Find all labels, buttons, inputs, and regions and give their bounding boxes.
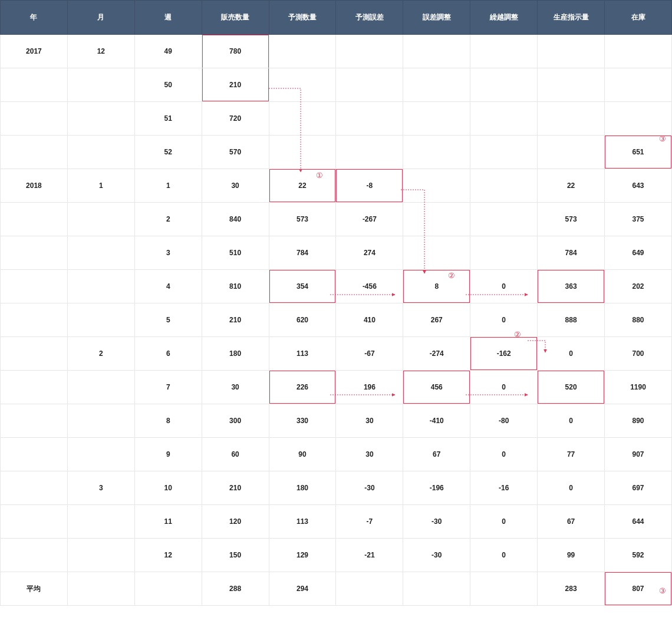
- cell-adj: -274: [403, 337, 470, 371]
- table-row: 20171249780: [1, 35, 672, 68]
- cell-forecast: [269, 68, 336, 102]
- cell-prod: 283: [538, 572, 605, 606]
- cell-err: [336, 102, 403, 136]
- cell-sales: 60: [202, 438, 269, 471]
- table-row: 12150129-21-30099592: [1, 539, 672, 572]
- cell-err: -8: [336, 169, 403, 203]
- cell-sales: 180: [202, 337, 269, 371]
- cell-carry: -80: [470, 404, 538, 438]
- cell-stock: 643: [605, 169, 672, 203]
- col-carry: 繰越調整: [470, 1, 538, 35]
- cell-adj: [403, 136, 470, 169]
- table-row: 73022619645605201190: [1, 371, 672, 404]
- cell-month: 12: [67, 35, 134, 68]
- cell-adj: 456: [403, 371, 470, 404]
- cell-month: 2: [67, 337, 134, 371]
- cell-year: [1, 404, 68, 438]
- cell-week: 50: [134, 68, 202, 102]
- cell-stock: 649: [605, 236, 672, 270]
- cell-carry: 0: [470, 505, 538, 539]
- cell-year: [1, 505, 68, 539]
- cell-prod: 0: [538, 337, 605, 371]
- cell-month: 1: [67, 169, 134, 203]
- cell-forecast: 180: [269, 471, 336, 505]
- cell-prod: 22: [538, 169, 605, 203]
- cell-forecast: 113: [269, 337, 336, 371]
- cell-err: [336, 35, 403, 68]
- cell-week: 10: [134, 471, 202, 505]
- cell-year: [1, 236, 68, 270]
- cell-adj: [403, 68, 470, 102]
- cell-prod: 67: [538, 505, 605, 539]
- cell-prod: 888: [538, 303, 605, 337]
- cell-week: 8: [134, 404, 202, 438]
- cell-adj: -196: [403, 471, 470, 505]
- cell-adj: 8: [403, 270, 470, 303]
- cell-year: 2018: [1, 169, 68, 203]
- cell-err: 196: [336, 371, 403, 404]
- cell-sales: 720: [202, 102, 269, 136]
- cell-year: [1, 68, 68, 102]
- cell-sales: 510: [202, 236, 269, 270]
- cell-stock: 700: [605, 337, 672, 371]
- cell-prod: 573: [538, 203, 605, 236]
- table-row: 2840573-267573375: [1, 203, 672, 236]
- cell-prod: [538, 68, 605, 102]
- col-stock: 在庫: [605, 1, 672, 35]
- cell-adj: 267: [403, 303, 470, 337]
- cell-week: 4: [134, 270, 202, 303]
- cell-sales: 120: [202, 505, 269, 539]
- table-row: 平均288294283807: [1, 572, 672, 606]
- cell-week: 6: [134, 337, 202, 371]
- cell-month: [67, 438, 134, 471]
- cell-err: [336, 572, 403, 606]
- col-month: 月: [67, 1, 134, 35]
- table-row: 52106204102670888880: [1, 303, 672, 337]
- cell-carry: [470, 136, 538, 169]
- cell-sales: 810: [202, 270, 269, 303]
- col-week: 週: [134, 1, 202, 35]
- table-row: 50210: [1, 68, 672, 102]
- cell-week: [134, 572, 202, 606]
- cell-stock: [605, 102, 672, 136]
- cell-adj: [403, 572, 470, 606]
- table-row: 960903067077907: [1, 438, 672, 471]
- cell-stock: 644: [605, 505, 672, 539]
- cell-year: [1, 303, 68, 337]
- cell-carry: [470, 236, 538, 270]
- cell-prod: 0: [538, 404, 605, 438]
- cell-err: -267: [336, 203, 403, 236]
- cell-year: 2017: [1, 35, 68, 68]
- table-row: 51720: [1, 102, 672, 136]
- cell-carry: -162: [470, 337, 538, 371]
- cell-year: [1, 337, 68, 371]
- table-row: 26180113-67-274-1620700: [1, 337, 672, 371]
- cell-week: 11: [134, 505, 202, 539]
- cell-err: -67: [336, 337, 403, 371]
- table-row: 4810354-45680363202: [1, 270, 672, 303]
- cell-carry: [470, 572, 538, 606]
- cell-week: 1: [134, 169, 202, 203]
- cell-month: [67, 539, 134, 572]
- cell-month: [67, 236, 134, 270]
- cell-week: 3: [134, 236, 202, 270]
- cell-stock: 202: [605, 270, 672, 303]
- cell-week: 52: [134, 136, 202, 169]
- cell-stock: [605, 35, 672, 68]
- cell-month: [67, 371, 134, 404]
- cell-month: [67, 102, 134, 136]
- cell-sales: 210: [202, 471, 269, 505]
- cell-err: [336, 68, 403, 102]
- col-error: 予測誤差: [336, 1, 403, 35]
- cell-forecast: 620: [269, 303, 336, 337]
- cell-forecast: 330: [269, 404, 336, 438]
- cell-year: [1, 371, 68, 404]
- cell-week: 5: [134, 303, 202, 337]
- cell-carry: 0: [470, 270, 538, 303]
- cell-adj: [403, 102, 470, 136]
- cell-prod: 99: [538, 539, 605, 572]
- cell-year: [1, 203, 68, 236]
- cell-carry: -16: [470, 471, 538, 505]
- cell-year: [1, 102, 68, 136]
- cell-sales: 840: [202, 203, 269, 236]
